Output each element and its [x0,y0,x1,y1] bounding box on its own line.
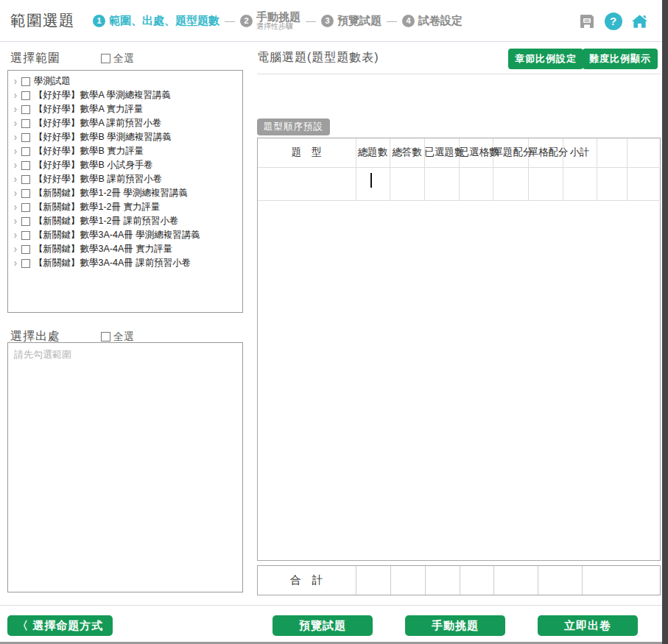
tree-item-checkbox[interactable] [21,119,30,128]
manual-pick-button[interactable]: 手動挑題 [405,615,505,636]
source-select-all-label: 全選 [113,330,134,344]
qtable-cell[interactable] [258,167,356,200]
order-preset-button[interactable]: 題型順序預設 [257,118,330,135]
qtable-column-header: 總答數 [390,138,424,167]
tree-expand-icon[interactable]: › [11,229,20,241]
tree-expand-icon[interactable]: › [11,173,20,185]
window-scrollbar[interactable] [662,0,668,644]
qtable-data-row [258,167,661,200]
tree-item[interactable]: ›【好好學】數學A 課前預習小卷 [8,116,242,130]
tree-item[interactable]: ›學測試題 [8,74,242,88]
tree-expand-icon[interactable]: › [11,201,20,213]
tree-item-checkbox[interactable] [21,175,30,184]
tree-expand-icon[interactable]: › [11,257,20,269]
back-to-mode-button[interactable]: 〈 選擇命題方式 [7,615,113,636]
qtable-cell[interactable] [597,167,627,200]
tree-expand-icon[interactable]: › [11,215,20,227]
qtable-cell[interactable] [356,167,390,200]
tree-item-label: 【新關鍵】數學1-2冊 學測總複習講義 [34,187,188,199]
chapter-ratio-button[interactable]: 章節比例設定 [508,49,583,69]
tree-expand-icon[interactable]: › [11,159,20,171]
range-select-all-label: 全選 [113,52,134,66]
range-select-all-checkbox[interactable] [101,54,110,63]
tree-item-checkbox[interactable] [21,77,30,86]
total-value-cell [390,566,425,595]
step-label: 手動挑題 [256,11,300,23]
generate-exam-button[interactable]: 立即出卷 [538,615,638,636]
total-value-cell [538,566,582,595]
tree-item[interactable]: ›【新關鍵】數學3A-4A冊 實力評量 [8,242,242,256]
tree-item-checkbox[interactable] [21,245,30,254]
source-placeholder-text: 請先勾選範圍 [14,348,236,361]
tree-item-checkbox[interactable] [21,147,30,156]
tree-item-checkbox[interactable] [21,91,30,100]
tree-expand-icon[interactable]: › [11,89,20,102]
qtable-cell[interactable] [390,167,424,200]
qtable-cell[interactable] [493,167,528,200]
step-item-4[interactable]: 4試卷設定 [402,15,463,27]
qtable-column-header: 題 型 [258,138,356,167]
tree-item-label: 【好好學】數學B 學測總複習講義 [34,131,172,144]
header-icons: ? [577,0,649,42]
tree-item[interactable]: ›【好好學】數學B 實力評量 [8,144,242,158]
range-tree: ›學測試題›【好好學】數學A 學測總複習講義›【好好學】數學A 實力評量›【好好… [7,70,243,313]
tree-expand-icon[interactable]: › [11,243,20,255]
tree-expand-icon[interactable]: › [11,145,20,158]
step-item-2[interactable]: 2手動挑題選擇性步驟 [240,11,300,30]
range-section-header: 選擇範圍 全選 [10,51,134,66]
help-glyph: ? [605,13,622,30]
range-select-all[interactable]: 全選 [101,52,134,66]
difficulty-ratio-button[interactable]: 難度比例顯示 [583,49,658,69]
tree-expand-icon[interactable]: › [11,131,20,144]
tree-expand-icon[interactable]: › [11,103,20,116]
save-icon[interactable] [577,12,596,30]
tree-item-checkbox[interactable] [21,217,30,226]
qtable-cell[interactable] [424,167,459,200]
step-sublabel: 選擇性步驟 [256,23,300,31]
source-select-all[interactable]: 全選 [101,330,134,344]
tree-item[interactable]: ›【新關鍵】數學3A-4A冊 課前預習小卷 [8,256,242,270]
tree-item-label: 【新關鍵】數學3A-4A冊 實力評量 [34,243,172,255]
source-select-all-checkbox[interactable] [101,332,110,342]
tree-item[interactable]: ›【好好學】數學B 課前預習小卷 [8,172,242,186]
step-item-1[interactable]: 1範圍、出處、題型題數 [93,15,219,27]
tree-item-checkbox[interactable] [21,161,30,170]
qtable-cell[interactable] [528,167,563,200]
tree-item-label: 【新關鍵】數學3A-4A冊 課前預習小卷 [34,257,191,269]
preview-questions-button[interactable]: 預覽試題 [273,615,373,636]
tree-item-checkbox[interactable] [21,189,30,198]
tree-item[interactable]: ›【新關鍵】數學1-2冊 實力評量 [8,200,242,214]
tree-expand-icon[interactable]: › [11,75,20,88]
tree-item-checkbox[interactable] [21,203,30,212]
step-dash: — [306,15,316,26]
step-item-3[interactable]: 3預覽試題 [321,15,382,27]
qtable-cell[interactable] [627,167,661,200]
tree-item[interactable]: ›【好好學】數學A 學測總複習講義 [8,88,242,102]
tree-item[interactable]: ›【新關鍵】數學1-2冊 學測總複習講義 [8,186,242,200]
tree-item-label: 【好好學】數學A 實力評量 [34,103,144,116]
tree-item[interactable]: ›【好好學】數學A 實力評量 [8,102,242,116]
home-icon[interactable] [630,12,649,30]
total-value-cell [493,566,538,595]
qtable-cell[interactable] [563,167,597,200]
tree-expand-icon[interactable]: › [11,187,20,199]
right-panel-divider [257,74,661,74]
computer-pick-title: 電腦選題(題型題數表) [257,50,379,66]
tree-expand-icon[interactable]: › [11,117,20,130]
tree-item-label: 【新關鍵】數學3A-4A冊 學測總複習講義 [34,229,200,241]
tree-item-label: 【好好學】數學A 學測總複習講義 [34,89,171,102]
qtable-cell[interactable] [459,167,493,200]
tree-item[interactable]: ›【新關鍵】數學3A-4A冊 學測總複習講義 [8,228,242,242]
qtable-column-header: 總題數 [356,138,390,167]
help-icon[interactable]: ? [604,12,622,30]
tree-item-checkbox[interactable] [21,259,30,268]
tree-item[interactable]: ›【好好學】數學B 學測總複習講義 [8,130,242,144]
tree-item-checkbox[interactable] [21,231,30,240]
tree-item[interactable]: ›【好好學】數學B 小試身手卷 [8,158,242,172]
tree-item-checkbox[interactable] [21,133,30,142]
tree-item[interactable]: ›【新關鍵】數學1-2冊 課前預習小卷 [8,214,242,228]
total-value-cell [460,566,493,595]
tree-item-checkbox[interactable] [21,105,30,114]
qtable-column-header: 已選格數 [459,138,493,167]
text-caret [370,173,372,188]
